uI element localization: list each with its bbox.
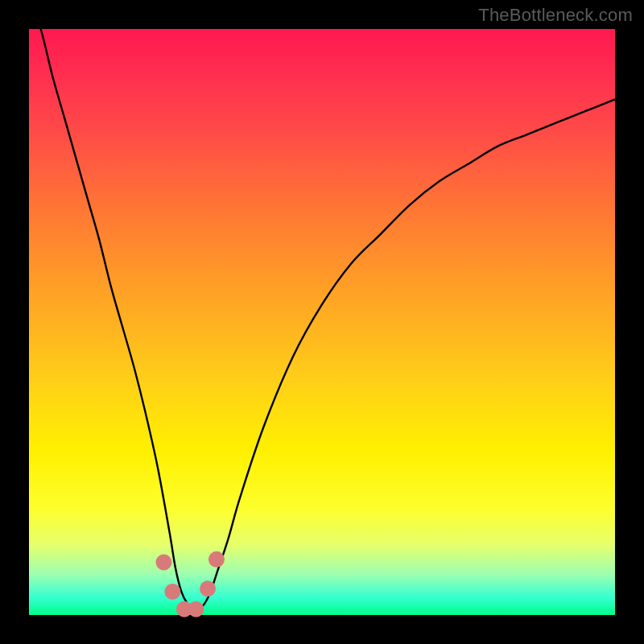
curve-marker	[200, 580, 216, 597]
outer-frame: TheBottleneck.com	[0, 0, 644, 644]
curve-marker	[155, 554, 171, 570]
curve-marker	[208, 551, 225, 568]
curve-marker	[188, 601, 204, 617]
curve-markers-group	[155, 551, 225, 617]
curve-layer	[29, 0, 615, 610]
curve-marker	[164, 584, 180, 600]
bottleneck-curve	[29, 0, 615, 610]
watermark-text: TheBottleneck.com	[478, 5, 633, 26]
chart-svg	[29, 29, 615, 615]
